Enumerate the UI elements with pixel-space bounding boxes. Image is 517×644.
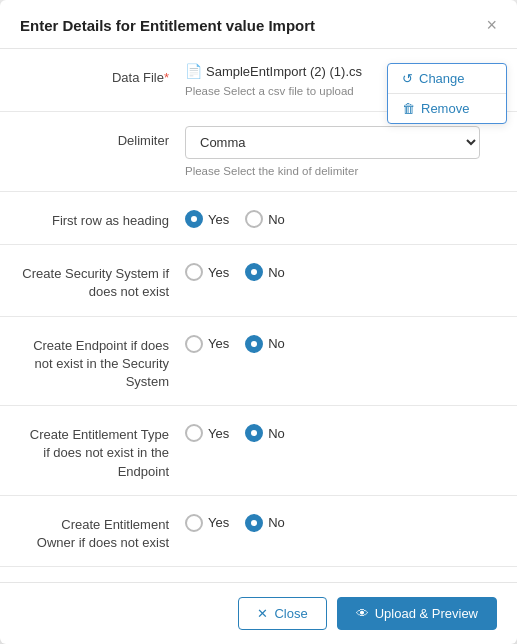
change-icon: ↺ xyxy=(402,71,413,86)
delimiter-content: Comma Semicolon Tab Pipe Please Select t… xyxy=(185,126,497,177)
data-file-row: Data File* 📄 SampleEntImport (2) (1).cs … xyxy=(0,49,517,112)
create-security-no-radio[interactable] xyxy=(245,263,263,281)
delimiter-hint: Please Select the kind of delimiter xyxy=(185,165,497,177)
file-row: 📄 SampleEntImport (2) (1).cs ↺ Change 🗑 … xyxy=(185,63,497,79)
create-security-label: Create Security System if does not exist xyxy=(20,259,185,301)
close-modal-icon: ✕ xyxy=(257,606,268,621)
create-security-system-row: Create Security System if does not exist… xyxy=(0,245,517,316)
delimiter-row: Delimiter Comma Semicolon Tab Pipe Pleas… xyxy=(0,112,517,192)
create-entitlement-owner-yes-radio[interactable] xyxy=(185,514,203,532)
create-entitlement-type-no-option[interactable]: No xyxy=(245,424,285,442)
close-modal-button[interactable]: ✕ Close xyxy=(238,597,326,630)
file-icon: 📄 xyxy=(185,63,202,79)
create-security-yes-option[interactable]: Yes xyxy=(185,263,229,281)
create-entitlement-type-radio-group: Yes No xyxy=(185,420,497,442)
create-entitlement-type-no-radio[interactable] xyxy=(245,424,263,442)
create-endpoint-label: Create Endpoint if does not exist in the… xyxy=(20,331,185,392)
create-entitlement-owner-no-radio[interactable] xyxy=(245,514,263,532)
file-action-menu: ↺ Change 🗑 Remove xyxy=(387,63,507,124)
data-file-label: Data File* xyxy=(20,63,185,87)
create-endpoint-content: Yes No xyxy=(185,331,497,353)
first-row-yes-option[interactable]: Yes xyxy=(185,210,229,228)
create-security-content: Yes No xyxy=(185,259,497,281)
first-row-radio-group: Yes No xyxy=(185,206,497,228)
create-endpoint-no-radio[interactable] xyxy=(245,335,263,353)
upload-preview-button[interactable]: 👁 Upload & Preview xyxy=(337,597,497,630)
create-entitlement-owner-yes-option[interactable]: Yes xyxy=(185,514,229,532)
create-endpoint-row: Create Endpoint if does not exist in the… xyxy=(0,317,517,407)
create-endpoint-yes-option[interactable]: Yes xyxy=(185,335,229,353)
create-entitlement-owner-row: Create Entitlement Owner if does not exi… xyxy=(0,496,517,567)
remove-button[interactable]: 🗑 Remove xyxy=(388,94,506,123)
first-row-label: First row as heading xyxy=(20,206,185,230)
modal-header: Enter Details for Entitlement value Impo… xyxy=(0,0,517,49)
required-star: * xyxy=(164,70,169,85)
upload-icon: 👁 xyxy=(356,606,369,621)
create-security-yes-radio[interactable] xyxy=(185,263,203,281)
delimiter-label: Delimiter xyxy=(20,126,185,150)
create-entitlement-owner-no-option[interactable]: No xyxy=(245,514,285,532)
modal-footer: ✕ Close 👁 Upload & Preview xyxy=(0,582,517,644)
delimiter-select[interactable]: Comma Semicolon Tab Pipe xyxy=(185,126,480,159)
first-row-content: Yes No xyxy=(185,206,497,228)
modal-title: Enter Details for Entitlement value Impo… xyxy=(20,17,315,34)
first-row-yes-radio[interactable] xyxy=(185,210,203,228)
create-entitlement-type-row: Create Entitlement Type if does not exis… xyxy=(0,406,517,496)
create-security-radio-group: Yes No xyxy=(185,259,497,281)
create-entitlement-owner-radio-group: Yes No xyxy=(185,510,497,532)
create-entitlement-type-yes-radio[interactable] xyxy=(185,424,203,442)
create-entitlement-type-yes-option[interactable]: Yes xyxy=(185,424,229,442)
modal-dialog: Enter Details for Entitlement value Impo… xyxy=(0,0,517,644)
modal-body: Data File* 📄 SampleEntImport (2) (1).cs … xyxy=(0,49,517,582)
first-row-heading-row: First row as heading Yes No xyxy=(0,192,517,245)
first-row-no-radio[interactable] xyxy=(245,210,263,228)
create-entitlement-type-label: Create Entitlement Type if does not exis… xyxy=(20,420,185,481)
change-button[interactable]: ↺ Change xyxy=(388,64,506,94)
create-entitlement-type-content: Yes No xyxy=(185,420,497,442)
create-entitlement-owner-content: Yes No xyxy=(185,510,497,532)
create-endpoint-no-option[interactable]: No xyxy=(245,335,285,353)
file-name: 📄 SampleEntImport (2) (1).cs xyxy=(185,63,362,79)
create-security-no-option[interactable]: No xyxy=(245,263,285,281)
first-row-no-option[interactable]: No xyxy=(245,210,285,228)
create-entitlement-owner-label: Create Entitlement Owner if does not exi… xyxy=(20,510,185,552)
modal-close-button[interactable]: × xyxy=(486,16,497,34)
create-endpoint-radio-group: Yes No xyxy=(185,331,497,353)
trash-icon: 🗑 xyxy=(402,101,415,116)
data-file-content: 📄 SampleEntImport (2) (1).cs ↺ Change 🗑 … xyxy=(185,63,497,97)
create-endpoint-yes-radio[interactable] xyxy=(185,335,203,353)
